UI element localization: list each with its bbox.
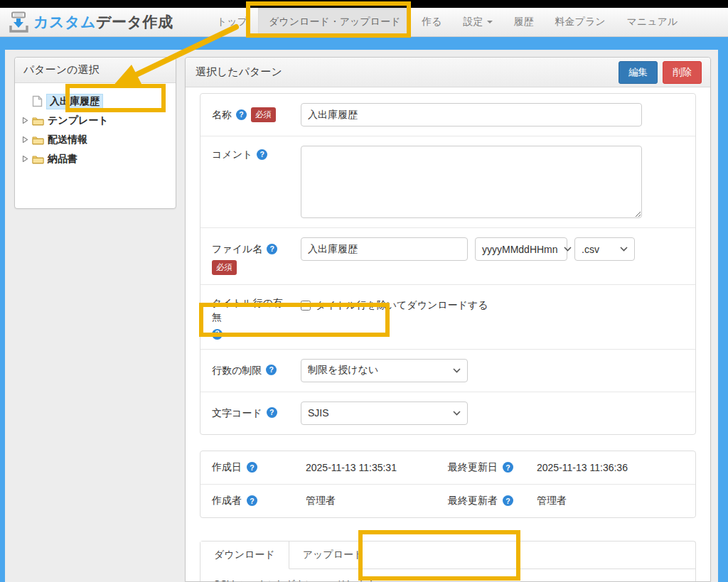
filename-input[interactable] xyxy=(301,237,468,261)
help-icon[interactable]: ? xyxy=(266,365,277,375)
chevron-down-icon xyxy=(620,247,628,252)
name-row: 名称 ? 必須 xyxy=(200,94,695,136)
meta-dates-row: 作成日 ? 2025-11-13 11:35:31 最終更新日 ? 2025-1… xyxy=(200,451,695,485)
nav-item-create[interactable]: 作る xyxy=(411,8,452,36)
updated-date-value: 2025-11-13 11:36:36 xyxy=(537,462,628,473)
created-by-label: 作成者 xyxy=(212,495,242,507)
chevron-down-icon xyxy=(487,21,493,23)
tree-item-label: テンプレート xyxy=(48,114,109,127)
expander-icon xyxy=(22,156,28,162)
help-icon[interactable]: ? xyxy=(236,109,247,120)
created-by-value: 管理者 xyxy=(306,495,336,507)
download-tab-content: CSVファイルをダウンロードします。 確認 ダウンロード xyxy=(200,569,695,582)
comment-row: コメント ? xyxy=(200,136,695,228)
folder-icon xyxy=(32,135,44,145)
chevron-down-icon xyxy=(564,247,572,252)
comment-textarea[interactable] xyxy=(301,146,642,218)
download-upload-box: ダウンロード アップロード CSVファイルをダウンロードします。 確認 ダウンロ… xyxy=(200,541,696,582)
charset-label: 文字コード xyxy=(212,406,262,420)
expander-icon xyxy=(22,136,28,143)
tree-item-folder[interactable]: テンプレート xyxy=(19,111,171,130)
nav-item-top[interactable]: トップ xyxy=(206,8,258,36)
required-badge: 必須 xyxy=(212,260,237,275)
row-limit-label: 行数の制限 xyxy=(212,363,262,377)
pattern-select-title: パターンの選択 xyxy=(23,63,99,77)
row-limit-row: 行数の制限 ? 制限を授けない xyxy=(200,350,695,392)
blue-frame-top xyxy=(0,37,728,50)
tree-item-folder[interactable]: 配送情報 xyxy=(19,130,171,149)
navbar: カスタムデータ作成 トップ ダウンロード・アップロード 作る 設定 履歴 料金プ… xyxy=(0,8,728,37)
title-row-label: タイトル行の有無 xyxy=(212,296,290,325)
created-date-value: 2025-11-13 11:35:31 xyxy=(306,462,397,473)
folder-icon xyxy=(32,154,44,164)
app-logo[interactable]: カスタムデータ作成 xyxy=(0,11,206,33)
tab-upload[interactable]: アップロード xyxy=(289,541,378,568)
tree-item-label: 配送情報 xyxy=(48,134,87,146)
chevron-down-icon xyxy=(453,411,461,416)
title-row-checkbox[interactable] xyxy=(301,301,311,311)
pattern-form: 名称 ? 必須 コメント ? ファイル名 xyxy=(200,93,696,435)
updated-date-label: 最終更新日 xyxy=(448,461,498,474)
meta-users-row: 作成者 ? 管理者 最終更新者 ? 管理者 xyxy=(200,485,695,517)
chevron-down-icon xyxy=(453,368,461,373)
selected-pattern-header: 選択したパターン 編集 削除 xyxy=(186,58,710,87)
pattern-select-panel: パターンの選択 入出庫履歴 テンプレート xyxy=(14,57,176,209)
date-format-select[interactable]: yyyyMMddHHmn xyxy=(475,237,567,261)
charset-row: 文字コード ? SJIS xyxy=(200,392,695,434)
charset-select[interactable]: SJIS xyxy=(301,402,468,425)
nav-item-download-upload[interactable]: ダウンロード・アップロード xyxy=(258,8,411,36)
tab-download[interactable]: ダウンロード xyxy=(200,541,289,569)
title-row-row: タイトル行の有無 ? タイトル行を除いてダウンロードする xyxy=(200,285,695,350)
pattern-tree: 入出庫履歴 テンプレート 配送情報 xyxy=(15,83,176,176)
filename-label: ファイル名 xyxy=(212,242,262,256)
selected-pattern-panel: 選択したパターン 編集 削除 名称 ? 必須 コメント ? xyxy=(185,57,711,582)
comment-label: コメント xyxy=(212,147,252,161)
row-limit-select[interactable]: 制限を授けない xyxy=(301,359,468,382)
filename-row: ファイル名 ? 必須 yyyyMMddHHmn .csv xyxy=(200,228,695,285)
nav-menu: トップ ダウンロード・アップロード 作る 設定 履歴 料金プラン マニュアル xyxy=(206,8,688,36)
help-icon[interactable]: ? xyxy=(267,244,277,254)
tree-item-label: 納品書 xyxy=(48,153,77,166)
meta-box: 作成日 ? 2025-11-13 11:35:31 最終更新日 ? 2025-1… xyxy=(200,451,696,518)
tree-item-selected[interactable]: 入出庫履歴 xyxy=(19,92,171,111)
name-label: 名称 xyxy=(212,107,232,122)
name-input[interactable] xyxy=(301,103,642,126)
help-icon[interactable]: ? xyxy=(503,495,513,506)
help-icon[interactable]: ? xyxy=(257,149,267,160)
pattern-select-header: パターンの選択 xyxy=(15,58,176,83)
tree-item-label: 入出庫履歴 xyxy=(46,94,103,109)
top-black-strip xyxy=(0,0,728,8)
download-logo-icon xyxy=(9,11,28,33)
folder-icon xyxy=(32,116,44,126)
title-row-checkbox-label[interactable]: タイトル行を除いてダウンロードする xyxy=(301,294,488,312)
help-icon[interactable]: ? xyxy=(247,462,257,473)
required-badge: 必須 xyxy=(251,107,276,122)
help-icon[interactable]: ? xyxy=(503,462,513,473)
help-icon[interactable]: ? xyxy=(267,407,277,418)
help-icon[interactable]: ? xyxy=(247,495,257,506)
expander-icon xyxy=(22,117,28,124)
edit-button[interactable]: 編集 xyxy=(619,61,658,84)
download-description: CSVファイルをダウンロードします。 xyxy=(213,578,682,582)
file-icon xyxy=(32,95,43,107)
panel-title: 選択したパターン xyxy=(196,65,282,79)
delete-button[interactable]: 削除 xyxy=(663,61,702,84)
help-icon[interactable]: ? xyxy=(212,329,223,340)
tabs: ダウンロード アップロード xyxy=(200,541,695,569)
created-date-label: 作成日 xyxy=(212,461,242,474)
nav-item-pricing[interactable]: 料金プラン xyxy=(545,8,616,36)
extension-select[interactable]: .csv xyxy=(574,237,635,261)
tree-item-folder[interactable]: 納品書 xyxy=(19,149,171,168)
nav-item-history[interactable]: 履歴 xyxy=(503,8,545,36)
updated-by-value: 管理者 xyxy=(537,495,567,507)
updated-by-label: 最終更新者 xyxy=(448,495,498,507)
nav-item-settings[interactable]: 設定 xyxy=(453,8,503,36)
app-title: カスタムデータ作成 xyxy=(33,12,173,32)
nav-item-manual[interactable]: マニュアル xyxy=(616,8,689,36)
